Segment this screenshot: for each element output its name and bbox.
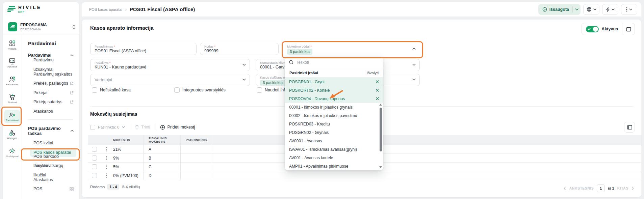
remove-icon[interactable] xyxy=(376,97,379,100)
add-tax-button[interactable]: Pridėti mokestį xyxy=(160,125,195,130)
vartotojai-placeholder: Vartotojai xyxy=(95,76,246,84)
chevron-down-icon[interactable] xyxy=(242,64,246,66)
dropdown-scrollbar[interactable] xyxy=(379,104,382,168)
chevron-down-icon[interactable] xyxy=(412,64,416,66)
company-badge-text: RIVILE xyxy=(10,27,16,29)
company-subtitle: ERPOSGAMA xyxy=(20,27,69,31)
active-toggle[interactable]: Aktyvus xyxy=(582,26,622,32)
sidebar-item-isoriniai-atsargu-likuciai[interactable]: Išoriniai atsargų likučiai xyxy=(22,166,79,175)
integruotos-svarstykles-checkbox[interactable]: Integruotos svarstyklės xyxy=(174,87,226,93)
dropdown-option[interactable]: ISVAV01 - Išmokamas avansas(gryni) xyxy=(285,145,383,153)
chevron-down-icon[interactable] xyxy=(412,79,416,81)
row-menu-button[interactable] xyxy=(101,156,111,160)
sidebar-item-pos-kvitai[interactable]: POS kvitai xyxy=(22,139,79,148)
row-menu-button[interactable] xyxy=(101,147,111,151)
scrollbar-thumb[interactable] xyxy=(380,108,382,151)
cell-fiskalinis: D xyxy=(144,171,181,180)
sidebar-item-pos[interactable]: POS xyxy=(22,184,79,194)
rail-item-pirkimai[interactable]: Pirkimai xyxy=(4,92,20,105)
nefiskaline-kasa-checkbox[interactable]: Nefiskalinė kasa xyxy=(92,87,131,93)
remove-icon[interactable] xyxy=(376,89,379,92)
chevron-down-icon[interactable] xyxy=(242,79,246,81)
sidebar-item-pirkeju-sutartys[interactable]: Pirkėjų sutartys xyxy=(22,97,79,107)
column-settings-button[interactable] xyxy=(624,122,635,133)
row-checkbox[interactable] xyxy=(92,155,97,161)
cell-pagrindinis xyxy=(181,171,211,180)
rail-item-personalas[interactable]: Personalas xyxy=(4,74,20,87)
rail-item-pardavimai[interactable]: Pardavimai xyxy=(4,110,20,123)
rail-item-atsargos[interactable]: Atsargos xyxy=(4,128,20,141)
row-menu-button[interactable] xyxy=(101,165,111,169)
chevron-down-icon[interactable] xyxy=(575,8,578,10)
clear-all-button[interactable]: Išvalyti xyxy=(367,71,379,75)
print-button[interactable] xyxy=(583,4,599,15)
pavadinimas-field[interactable]: Pavadinimas * POS01 Fiscal (ASPA office) xyxy=(90,43,197,55)
calendar-button[interactable] xyxy=(622,23,635,35)
card-title: Kasos aparato informacija xyxy=(90,25,154,31)
col-header-pagrindinis: PAGRINDINIS xyxy=(181,135,211,145)
brand-name: RIVILE xyxy=(18,5,42,10)
dropdown-option[interactable]: AV001 - Avansas kortele xyxy=(285,153,383,162)
delete-button[interactable]: Trinti xyxy=(135,125,150,130)
remove-icon[interactable] xyxy=(376,80,379,83)
dropdown-option[interactable]: 00001 - Išmokos ir įplaukos grynais xyxy=(285,103,383,111)
dropdown-option[interactable]: POSGRN02 - Grynais xyxy=(285,128,383,137)
row-checkbox[interactable] xyxy=(92,173,97,178)
dropdown-option[interactable]: AV0001 - Avansas xyxy=(285,137,383,145)
sidebar-item-pardavimu-saskaitos[interactable]: Pardavimų sąskaitos xyxy=(22,70,79,79)
chevron-up-icon xyxy=(71,130,74,132)
sidebar-item-prekes-paslaugos[interactable]: Prekės, paslaugos xyxy=(22,79,79,88)
selected-option[interactable]: POSKORT02 - Kortele xyxy=(285,86,383,94)
mokejimo-budai-field[interactable]: Mokėjimo būdai * 3 pasirinkta xyxy=(283,43,420,55)
stalcius-count-badge: 3 pasirinkta xyxy=(260,80,285,86)
cell-mokestis: 5% xyxy=(111,163,144,171)
rail-item-pradzia[interactable]: Pradžia xyxy=(4,38,20,52)
dropdown-option[interactable]: AMP01 - Apvalinimas pirkimuose xyxy=(285,162,383,170)
padalinys-field[interactable]: Padalinys * KUN01 - Kauno parduotuvė xyxy=(90,59,250,71)
selected-option[interactable]: POSDOV04 - Dovanų kuponas xyxy=(285,94,383,103)
scroll-down-icon[interactable] xyxy=(379,166,382,168)
topbar: POS kasos aparatai › POS01 Fiscal (ASPA … xyxy=(82,2,641,17)
actions-button[interactable] xyxy=(602,4,618,15)
dropdown-search[interactable] xyxy=(285,57,383,68)
dropdown-option[interactable]: POSKRED03 - Kreditu xyxy=(285,120,383,128)
chevron-up-icon[interactable] xyxy=(412,48,416,50)
checkbox-icon xyxy=(174,87,180,93)
more-menu-button[interactable] xyxy=(621,4,637,15)
vartotojai-field[interactable]: Vartotojai xyxy=(90,74,250,86)
selected-option[interactable]: POSGRN01 - Gryni xyxy=(285,78,383,86)
checkbox-icon xyxy=(90,125,95,130)
menu-group-pos[interactable]: POS pardavimo taškas xyxy=(22,123,79,139)
sidebar-item-pirkejai[interactable]: Pirkėjai xyxy=(22,88,79,98)
kebab-menu-icon xyxy=(106,165,107,169)
row-menu-button[interactable] xyxy=(101,173,111,178)
company-selector[interactable]: RIVILE ERPOSGAMA ERPOSGAMA xyxy=(3,20,79,34)
row-checkbox[interactable] xyxy=(92,147,97,152)
saved-button[interactable]: Išsaugota xyxy=(538,4,581,15)
rail-item-nustatymai[interactable]: Nustatymai xyxy=(4,146,20,159)
next-page-button[interactable]: KITAS xyxy=(617,186,628,190)
external-link-icon xyxy=(70,82,74,85)
table-row: 0% (PVM100) D xyxy=(88,171,641,180)
external-link-icon xyxy=(70,91,74,95)
selected-count-control[interactable]: Pasirinkta: 0 xyxy=(90,125,125,130)
prev-page-button[interactable]: ANKSTESNIS xyxy=(569,186,594,190)
current-page-input[interactable]: 1 xyxy=(597,184,605,192)
sidebar-item-pardavimu-uzsakymai[interactable]: Pardavimų užsakymai xyxy=(22,60,79,70)
row-checkbox[interactable] xyxy=(92,164,97,169)
rail-item-apskaita[interactable]: Apskaita xyxy=(4,56,20,69)
naudoti-info-checkbox[interactable]: Naudoti info xyxy=(257,87,287,93)
brand-sub: ERP xyxy=(18,10,42,13)
dropdown-option[interactable]: 00002 - Išmokos ir įplaukos pavedimu xyxy=(285,111,383,120)
breadcrumb-parent[interactable]: POS kasos aparatai xyxy=(89,7,122,11)
rows-range: 1 - 4 xyxy=(107,184,119,190)
sidebar-item-ataskaitos-1[interactable]: Ataskaitos xyxy=(22,107,79,116)
stalcius-label: Kasos stalčiaus mo xyxy=(260,76,288,79)
kodas-field[interactable]: Kodas * 999999 xyxy=(200,43,279,55)
page-count: iš 1 xyxy=(608,186,614,190)
mokejimo-count-badge: 3 pasirinkta xyxy=(287,49,312,55)
cell-mokestis: 9% xyxy=(111,154,144,162)
search-input[interactable] xyxy=(297,60,365,65)
scroll-up-icon[interactable] xyxy=(379,104,382,106)
people-icon xyxy=(9,76,16,82)
